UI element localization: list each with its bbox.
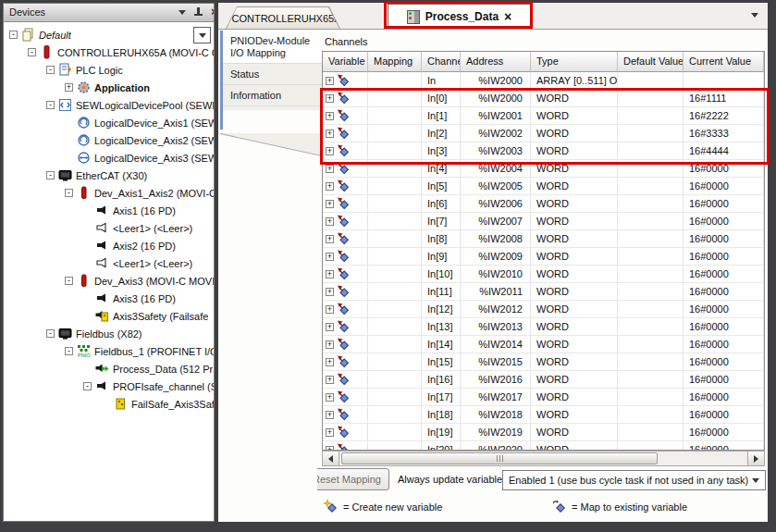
tab-information[interactable]: Information [223, 85, 322, 106]
expand-icon[interactable]: + [326, 358, 334, 366]
collapse-icon[interactable]: - [46, 66, 55, 74]
collapse-icon[interactable]: - [46, 171, 55, 179]
table-row[interactable]: +In[11]%IW2011WORD16#0000 [323, 283, 764, 301]
table-row[interactable]: +In[10]%IW2010WORD16#0000 [323, 266, 764, 283]
expand-icon[interactable]: + [326, 165, 334, 173]
expand-icon[interactable]: + [326, 411, 334, 419]
close-icon[interactable]: × [211, 4, 214, 21]
expand-icon[interactable]: + [326, 77, 334, 85]
tree-item-fieldbus-1-profinet-i-o[interactable]: -PNIOFieldbus_1 (PROFINET I/O- [4, 342, 214, 360]
expand-icon[interactable]: + [326, 393, 334, 402]
expand-icon[interactable]: + [326, 94, 334, 103]
expand-icon[interactable]: + [326, 112, 334, 120]
column-header-channel[interactable]: Channel [422, 52, 461, 72]
tab-close-icon[interactable]: × [504, 11, 511, 22]
table-row[interactable]: +In[1]%IW2001WORD16#2222 [323, 107, 764, 125]
expand-icon[interactable]: + [326, 235, 334, 243]
tree-item-leer1-leer[interactable]: <Leer1> (<Leer>) [4, 254, 214, 272]
scroll-right-button[interactable] [747, 452, 764, 465]
tree-item-controlleruhx65a-movi-c-con[interactable]: -CONTROLLERUHX65A (MOVI-C CON [4, 43, 214, 61]
tab-pniodev-module-io-mapping[interactable]: PNIODev-Module I/O Mapping [223, 31, 322, 64]
expand-icon[interactable]: + [326, 147, 334, 155]
tree-item-process-data-512-pr[interactable]: Process_Data (512 Pr [4, 360, 214, 377]
table-row[interactable]: +In[0]%IW2000WORD16#1111 [323, 90, 764, 107]
tree-item-axis3-16-pd[interactable]: Axis3 (16 PD) [4, 290, 214, 307]
collapse-icon[interactable]: - [46, 329, 55, 338]
expand-icon[interactable]: + [326, 270, 334, 278]
tab-process-data[interactable]: Process_Data × [388, 4, 531, 29]
collapse-icon[interactable]: - [9, 31, 18, 39]
expand-icon[interactable]: + [326, 288, 334, 296]
expand-icon[interactable]: + [326, 323, 334, 331]
table-row[interactable]: +In%IW2000ARRAY [0..511] O [323, 72, 764, 90]
collapse-icon[interactable]: - [65, 277, 73, 285]
horizontal-scrollbar[interactable] [322, 451, 765, 466]
active-application-dropdown[interactable] [193, 27, 211, 43]
table-row[interactable]: +In[7]%IW2007WORD16#0000 [323, 213, 764, 230]
expand-icon[interactable]: + [326, 200, 334, 208]
column-header-type[interactable]: Type [531, 52, 618, 72]
expand-icon[interactable]: + [326, 182, 334, 191]
tree-item-leer1-leer[interactable]: <Leer1> (<Leer>) [4, 219, 214, 237]
collapse-icon[interactable]: - [65, 189, 73, 197]
column-header-default-value[interactable]: Default Value [618, 52, 684, 72]
table-row[interactable]: +In[14]%IW2014WORD16#0000 [323, 336, 764, 353]
tree-item-default[interactable]: -Default [4, 26, 214, 43]
column-header-variable[interactable]: Variable [323, 52, 368, 72]
always-update-dropdown[interactable]: Enabled 1 (use bus cycle task if not use… [502, 470, 766, 490]
tree-item-fieldbus-x82[interactable]: -Fieldbus (X82) [4, 325, 214, 342]
tab-controlleruhx65a[interactable]: CONTROLLERUHX65A [226, 6, 340, 29]
table-row[interactable]: +In[15]%IW2015WORD16#0000 [323, 353, 764, 371]
expand-icon[interactable]: + [326, 253, 334, 261]
tree-item-dev-axis1-axis2-movi-c[interactable]: -Dev_Axis1_Axis2 (MOVI-C [4, 184, 214, 202]
table-row[interactable]: +In[4]%IW2004WORD16#0000 [323, 160, 764, 178]
tab-list-dropdown-icon[interactable] [751, 13, 758, 18]
table-row[interactable]: +In[6]%IW2006WORD16#0000 [323, 195, 764, 213]
tree-item-logicaldevice-axis1-sewl[interactable]: LogicalDevice_Axis1 (SEWL [4, 114, 214, 131]
tree-item-plc-logic[interactable]: -PLC Logic [4, 61, 214, 79]
column-header-mapping[interactable]: Mapping [368, 52, 422, 72]
table-row[interactable]: +In[3]%IW2003WORD16#4444 [323, 142, 764, 160]
expand-icon[interactable]: + [326, 305, 334, 314]
expand-icon[interactable]: + [326, 428, 334, 437]
tree-item-dev-axis3-movi-c-movid[interactable]: -Dev_Axis3 (MOVI-C MOVID [4, 272, 214, 290]
table-row[interactable]: +In[2]%IW2002WORD16#3333 [323, 125, 764, 142]
tab-status[interactable]: Status [223, 64, 322, 85]
table-row[interactable]: +In[12]%IW2012WORD16#0000 [323, 301, 764, 318]
expand-icon[interactable]: + [65, 83, 73, 92]
table-row[interactable]: +In[20]%IW2020WORD16#0000 [323, 441, 764, 451]
column-header-address[interactable]: Address [461, 52, 531, 72]
tree-item-profisafe-channel-se[interactable]: -PROFIsafe_channel (SE [4, 377, 214, 395]
column-header-current-value[interactable]: Current Value [684, 52, 764, 72]
tree-item-sewlogicaldevicepool-sewlog[interactable]: -SEWLogicalDevicePool (SEWLog [4, 96, 214, 114]
scroll-left-button[interactable] [323, 452, 339, 465]
table-row[interactable]: +In[13]%IW2013WORD16#0000 [323, 318, 764, 336]
collapse-icon[interactable]: - [46, 101, 55, 109]
tree-item-axis2-16-pd[interactable]: Axis2 (16 PD) [4, 237, 214, 254]
tree-item-logicaldevice-axis2-sewl[interactable]: LogicalDevice_Axis2 (SEWL [4, 131, 214, 149]
reset-mapping-button[interactable]: Reset Mapping [317, 468, 389, 490]
pin-icon[interactable] [194, 7, 203, 18]
chevron-down-icon[interactable] [179, 10, 186, 15]
tree-item-axis1-16-pd[interactable]: Axis1 (16 PD) [4, 202, 214, 219]
table-row[interactable]: +In[5]%IW2005WORD16#0000 [323, 178, 764, 195]
collapse-icon[interactable]: - [83, 382, 92, 390]
table-row[interactable]: +In[9]%IW2009WORD16#0000 [323, 248, 764, 266]
table-row[interactable]: +In[16]%IW2016WORD16#0000 [323, 371, 764, 389]
scrollbar-thumb[interactable] [341, 452, 658, 464]
tree-item-application[interactable]: +Application [4, 79, 214, 96]
expand-icon[interactable]: + [326, 376, 334, 384]
collapse-icon[interactable]: - [28, 48, 36, 56]
table-row[interactable]: +In[19]%IW2019WORD16#0000 [323, 424, 764, 441]
tree-item-failsafe-axis3safe[interactable]: FailSafe_Axis3Safe [4, 395, 214, 413]
tree-item-axis3safety-failsafe[interactable]: Axis3Safety (Failsafe [4, 307, 214, 325]
expand-icon[interactable]: + [326, 130, 334, 138]
collapse-icon[interactable]: - [65, 347, 73, 355]
tree-item-ethercat-x30[interactable]: -EtherCAT (X30) [4, 167, 214, 184]
table-row[interactable]: +In[8]%IW2008WORD16#0000 [323, 230, 764, 248]
table-row[interactable]: +In[17]%IW2017WORD16#0000 [323, 389, 764, 406]
expand-icon[interactable]: + [326, 217, 334, 226]
table-row[interactable]: +In[18]%IW2018WORD16#0000 [323, 406, 764, 424]
tree-item-logicaldevice-axis3-sewl[interactable]: LogicalDevice_Axis3 (SEWL [4, 149, 214, 167]
expand-icon[interactable]: + [326, 340, 334, 349]
